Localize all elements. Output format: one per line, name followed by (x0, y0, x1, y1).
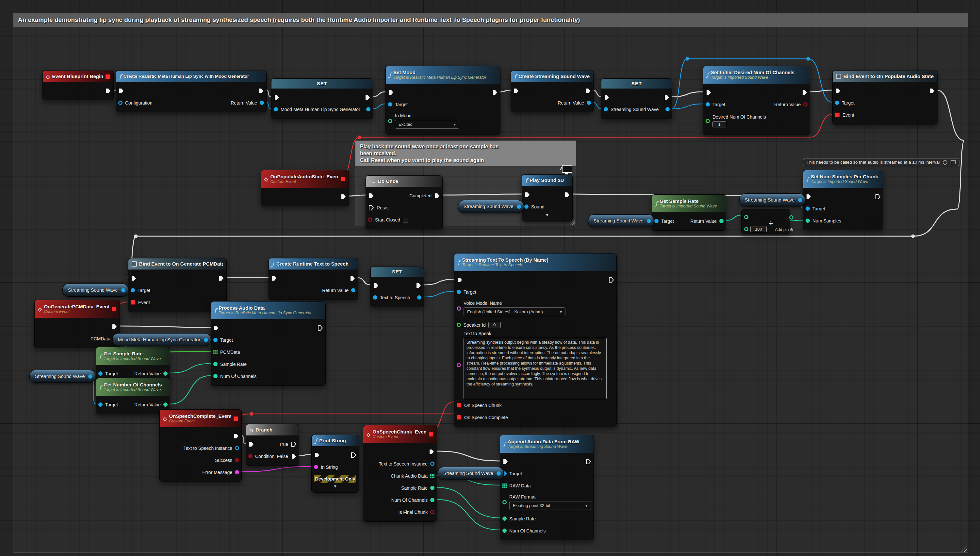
obj-pin[interactable] (417, 295, 421, 299)
target-pin[interactable] (706, 102, 710, 107)
configuration-pin[interactable] (118, 100, 123, 105)
text-to-speech-instance-pin[interactable] (430, 462, 434, 466)
streaming-tts-node[interactable]: ƒStreaming Text To Speech (By Name)Targe… (454, 253, 617, 427)
create-runtime-node[interactable]: ƒCreate Runtime Text to SpeechReturn Val… (268, 258, 358, 300)
streaming-sound-wave-pin[interactable] (604, 107, 608, 112)
pill-ssw-append[interactable]: Streaming Sound Wave (438, 467, 504, 480)
return-value-pin[interactable] (719, 219, 723, 223)
ongenerate-node[interactable]: ◇OnGeneratePCMData_EventCustom EventPCMD… (34, 300, 120, 348)
event-pin[interactable] (835, 112, 840, 117)
completed-pin[interactable] (434, 193, 440, 199)
output-pin[interactable] (647, 219, 651, 223)
onspeechchunk-node[interactable]: ◇OnSpeechChunk_EventCustom EventText to … (363, 425, 437, 522)
text-to-speak-textarea[interactable]: Streaming synthesis output begins with a… (463, 338, 607, 399)
true-pin[interactable] (291, 441, 297, 447)
branch-node[interactable]: ⇆BranchTrueConditionFalse (245, 424, 299, 466)
error-message-pin[interactable] (235, 470, 239, 474)
exec-pin[interactable] (457, 277, 463, 283)
exec-pin[interactable] (118, 88, 124, 94)
raw-data-pin[interactable] (502, 483, 507, 488)
chunk-audio-data-pin[interactable] (430, 474, 434, 478)
bind-populate-node[interactable]: Bind Event to On Populate Audio StateTar… (832, 71, 938, 124)
exec-pin[interactable] (524, 192, 530, 198)
divide-input-b-value[interactable]: 100 (750, 226, 767, 232)
output-pin[interactable] (497, 471, 501, 476)
target-pin[interactable] (213, 338, 218, 342)
raw-format-pin[interactable] (502, 500, 507, 504)
onpopulate-node[interactable]: ◇OnPopulateAudioState_EventCustom Event (261, 170, 349, 206)
target-pin[interactable] (457, 290, 461, 294)
exec-pin[interactable] (271, 275, 277, 281)
exec-pin[interactable] (564, 192, 570, 198)
speaker-id-input[interactable]: 0 (488, 322, 501, 328)
exec-pin[interactable] (388, 89, 394, 95)
exec-pin[interactable] (365, 94, 370, 100)
pill-ssw-play[interactable]: Streaming Sound Wave (458, 200, 524, 213)
return-value-pin[interactable] (163, 402, 168, 407)
success-pin[interactable] (235, 458, 239, 462)
exech-pin[interactable] (608, 277, 614, 283)
exec-pin[interactable] (664, 94, 670, 100)
process-header[interactable]: ƒProcess Audio DataTarget is Realistic M… (211, 302, 325, 319)
output-pin[interactable] (517, 205, 521, 209)
pill-ssw-samplerate[interactable]: Streaming Sound Wave (588, 214, 654, 227)
gnc-node[interactable]: ƒGet Number Of ChannelsTarget is Importe… (96, 378, 170, 414)
blueprint-canvas[interactable]: An example demonstrating lip sync during… (0, 0, 980, 556)
gsr1-header[interactable]: ƒGet Sample RateTarget is Imported Sound… (652, 195, 726, 212)
gsr1-node[interactable]: ƒGet Sample RateTarget is Imported Sound… (652, 194, 726, 231)
bind-populate-header[interactable]: Bind Event to On Populate Audio State (833, 71, 937, 82)
divide-input-b-pin[interactable] (744, 227, 748, 231)
start-closed-pin[interactable] (368, 218, 372, 222)
pcmdata-pin[interactable] (213, 350, 218, 354)
print-header[interactable]: ƒPrint String (312, 435, 359, 446)
pill-ssw-getters[interactable]: Streaming Sound Wave (29, 370, 95, 383)
num-of-channels-pin[interactable] (502, 529, 507, 533)
exech-pin[interactable] (350, 452, 357, 458)
expand-node-chevron[interactable]: ▾ (522, 213, 572, 218)
print-node[interactable]: ƒPrint StringIn StringDevelopment Only▾ (311, 435, 359, 493)
exech-pin[interactable] (875, 194, 881, 200)
exec-pin[interactable] (492, 89, 498, 95)
set-mood-node[interactable]: ƒSet MoodTarget is Realistic Meta Human … (386, 66, 500, 135)
exec-pin[interactable] (314, 452, 320, 458)
desired-num-of-channels-input[interactable]: 1 (712, 121, 726, 128)
set-initial-header[interactable]: ƒSet Initial Desired Num Of ChannelsTarg… (703, 66, 810, 84)
num-of-channels-pin[interactable] (213, 374, 218, 378)
exec-pin[interactable] (502, 459, 508, 464)
on-speech-chunk-pin[interactable] (457, 403, 462, 408)
sample-rate-pin[interactable] (213, 362, 218, 366)
exec-pin[interactable] (233, 433, 239, 439)
in-mood-dropdown[interactable]: Excited▾ (395, 120, 459, 129)
exec-pin[interactable] (373, 283, 379, 288)
delegate-output-pin[interactable] (233, 416, 238, 421)
sound-pin[interactable] (524, 205, 528, 209)
append-header[interactable]: ƒAppend Audio Data From RAWTarget is Str… (500, 435, 594, 453)
desired-num-of-channels-pin[interactable] (706, 119, 710, 123)
pill-mood-generator[interactable]: Mood Meta Human Lip Sync Generator (112, 333, 211, 346)
exec-pin[interactable] (513, 88, 519, 94)
delegate-output-pin[interactable] (429, 432, 433, 437)
set-streaming-header[interactable]: SET (601, 79, 672, 89)
divide-input-a-pin[interactable] (744, 215, 748, 219)
do-once-header[interactable]: ¹→Do Once (366, 176, 442, 187)
set-tts-header[interactable]: SET (371, 267, 424, 277)
exec-pin[interactable] (218, 275, 224, 281)
obj-pin[interactable] (366, 107, 370, 112)
start-closed-checkbox[interactable] (403, 217, 408, 223)
exec-pin[interactable] (105, 88, 111, 94)
target-pin[interactable] (98, 402, 103, 407)
create-realistic-header[interactable]: ƒCreate Realistic Meta Human Lip Sync wi… (116, 71, 266, 82)
create-streaming-header[interactable]: ƒCreate Streaming Sound Wave (511, 71, 593, 82)
voice-model-name-pin[interactable] (457, 306, 461, 311)
branch-header[interactable]: ⇆Branch (246, 424, 299, 435)
create-realistic-node[interactable]: ƒCreate Realistic Meta Human Lip Sync wi… (116, 71, 266, 112)
gnc-header[interactable]: ƒGet Number Of ChannelsTarget is Importe… (96, 378, 170, 396)
gsr2-header[interactable]: ƒGet Sample RateTarget is Imported Sound… (96, 347, 170, 365)
on-speech-complete-pin[interactable] (457, 415, 462, 420)
exec-pin[interactable] (429, 449, 434, 455)
obj-pin[interactable] (665, 107, 670, 112)
set-mood-header[interactable]: ƒSet MoodTarget is Realistic Meta Human … (386, 66, 500, 84)
exech-pin[interactable] (317, 325, 323, 331)
output-pin[interactable] (798, 198, 802, 202)
target-pin[interactable] (835, 100, 839, 105)
